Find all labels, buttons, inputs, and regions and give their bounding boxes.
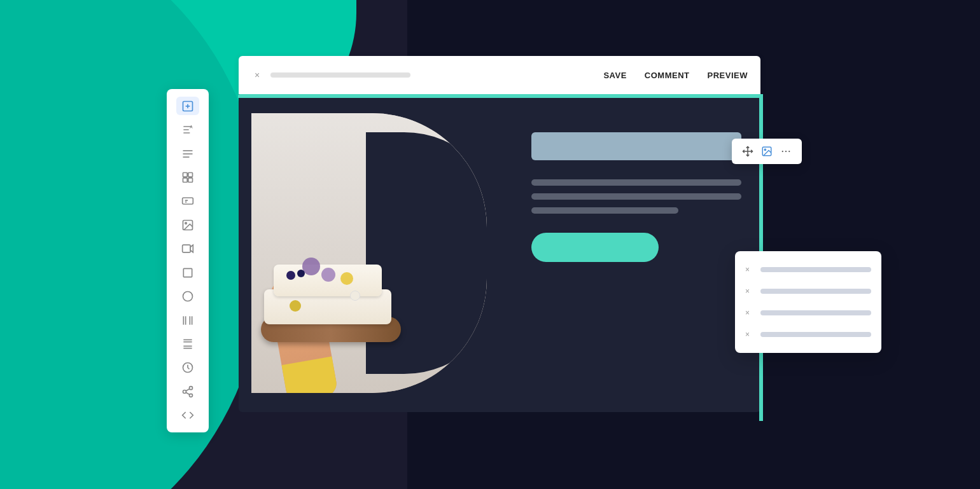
timer-icon[interactable]: [176, 359, 199, 377]
svg-rect-10: [188, 178, 193, 183]
header-bar: × SAVE COMMENT PREVIEW: [239, 56, 760, 94]
dropdown-line-4: [760, 332, 871, 337]
dropdown-line-3: [760, 310, 871, 315]
flower-yellow-2: [290, 300, 301, 312]
svg-point-33: [764, 149, 766, 150]
content-text-line-2: [531, 193, 741, 200]
dropdown-item-1[interactable]: ×: [735, 259, 881, 280]
flower-purple-1: [302, 258, 320, 275]
svg-point-29: [190, 394, 193, 397]
move-tool-icon[interactable]: [740, 144, 755, 159]
svg-rect-8: [188, 172, 193, 177]
content-cta-button[interactable]: [531, 233, 659, 262]
circle-icon[interactable]: [176, 287, 199, 305]
svg-rect-16: [183, 268, 192, 277]
canvas-teal-top: [238, 94, 763, 98]
box-icon[interactable]: [176, 263, 199, 282]
image-floating-toolbar: [732, 139, 802, 164]
header-title: [270, 72, 410, 78]
code-icon[interactable]: [176, 406, 199, 424]
content-title-bar: [531, 132, 741, 160]
flower-yellow-1: [340, 272, 353, 285]
svg-point-35: [785, 151, 787, 152]
svg-point-28: [183, 390, 186, 393]
dropdown-line-2: [760, 289, 871, 294]
header-actions: SAVE COMMENT PREVIEW: [603, 71, 748, 80]
toolbar-panel: A: [167, 89, 209, 432]
berry-1: [286, 271, 295, 280]
svg-line-31: [186, 389, 190, 390]
svg-point-27: [190, 386, 193, 389]
comment-button[interactable]: COMMENT: [645, 71, 690, 80]
more-tool-icon[interactable]: [778, 144, 794, 159]
flower-purple-2: [321, 268, 335, 282]
align-icon[interactable]: [176, 144, 199, 163]
photo-container: [251, 113, 487, 393]
svg-rect-14: [183, 245, 191, 252]
svg-line-30: [186, 392, 190, 394]
dropdown-item-2[interactable]: ×: [735, 280, 881, 302]
photo-bg: [251, 113, 487, 393]
close-button[interactable]: ×: [251, 69, 263, 81]
berry-2: [297, 270, 305, 277]
grid-icon[interactable]: [176, 168, 199, 186]
flower-white-1: [350, 291, 360, 301]
svg-point-34: [782, 151, 783, 152]
dropdown-panel: × × × ×: [735, 251, 881, 353]
canvas-content: [531, 132, 741, 262]
save-button[interactable]: SAVE: [603, 71, 626, 80]
text-icon[interactable]: A: [176, 120, 199, 139]
svg-point-36: [788, 151, 790, 152]
image-icon[interactable]: [176, 216, 199, 234]
dropdown-item-4[interactable]: ×: [735, 324, 881, 345]
dropdown-close-4[interactable]: ×: [745, 330, 754, 339]
svg-text:A: A: [190, 125, 193, 129]
add-media-icon[interactable]: [176, 97, 199, 115]
video-icon[interactable]: [176, 240, 199, 258]
svg-point-17: [183, 292, 193, 301]
svg-rect-7: [183, 172, 188, 177]
sleeve: [282, 356, 339, 393]
dropdown-item-3[interactable]: ×: [735, 302, 881, 324]
dropdown-close-3[interactable]: ×: [745, 308, 754, 317]
dropdown-line-1: [760, 267, 871, 272]
svg-rect-9: [183, 178, 188, 183]
share-icon[interactable]: [176, 382, 199, 401]
preview-button[interactable]: PREVIEW: [708, 71, 748, 80]
content-text-line-1: [531, 179, 741, 186]
image-tool-icon[interactable]: [759, 144, 774, 159]
rows-icon[interactable]: [176, 334, 199, 353]
dropdown-close-1[interactable]: ×: [745, 265, 754, 274]
dropdown-close-2[interactable]: ×: [745, 287, 754, 296]
canvas-area: [239, 94, 760, 412]
columns-icon[interactable]: [176, 311, 199, 329]
caption-icon[interactable]: [176, 192, 199, 210]
content-text-line-3: [531, 207, 678, 214]
svg-point-13: [185, 223, 187, 224]
